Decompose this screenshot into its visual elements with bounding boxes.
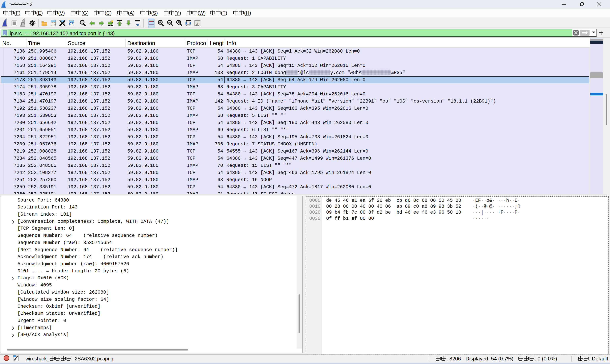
- svg-text:0111: 0111: [51, 25, 55, 27]
- svg-text:2: 2: [195, 23, 197, 26]
- svg-text:3: 3: [198, 23, 200, 26]
- svg-text:1: 1: [197, 21, 199, 23]
